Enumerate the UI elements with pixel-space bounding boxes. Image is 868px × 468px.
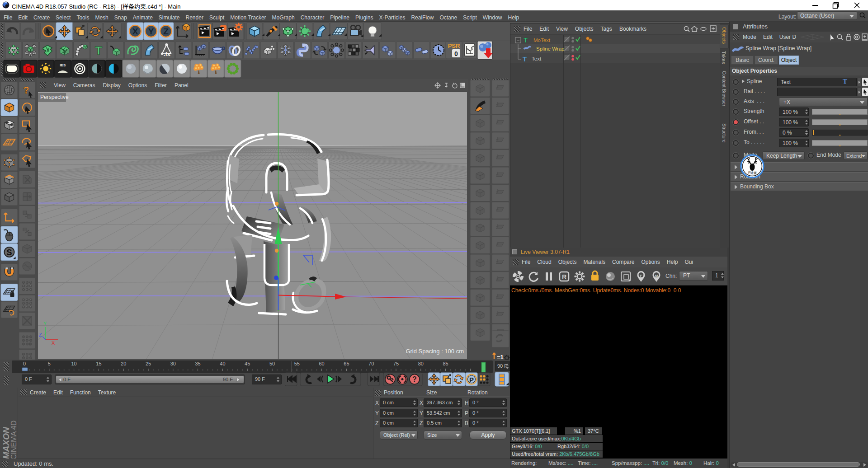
svg-text:.fx: .fx (164, 51, 171, 57)
svg-text:65: 65 (344, 361, 349, 366)
svg-text:55: 55 (294, 361, 300, 366)
svg-text:85: 85 (443, 361, 448, 366)
svg-text:X: X (132, 27, 138, 36)
svg-text:F: F (640, 274, 642, 278)
svg-text:25: 25 (146, 361, 151, 366)
svg-text:0: 0 (454, 50, 458, 57)
svg-text:Z: Z (163, 27, 169, 36)
svg-text:60: 60 (319, 361, 324, 366)
svg-text:Y: Y (148, 27, 154, 36)
svg-text:PSR: PSR (448, 42, 460, 49)
svg-text:75: 75 (393, 361, 399, 366)
svg-text:50: 50 (269, 361, 275, 366)
svg-text:R: R (562, 273, 566, 281)
svg-text:X: X (52, 340, 55, 346)
svg-text:T: T (524, 36, 528, 44)
svg-text:M: M (655, 274, 658, 278)
svg-text:P: P (469, 376, 474, 384)
svg-text:Z: Z (39, 332, 42, 337)
svg-text:Text: Text (532, 56, 542, 61)
svg-text:MoText: MoText (533, 37, 551, 43)
svg-text:Spline Wrap: Spline Wrap (536, 46, 564, 51)
svg-text:35: 35 (195, 361, 200, 366)
svg-text:80: 80 (418, 361, 424, 366)
svg-text:?: ? (412, 375, 417, 383)
svg-text:T: T (95, 44, 102, 57)
svg-text:20: 20 (121, 361, 126, 366)
svg-text:?: ? (23, 84, 29, 96)
svg-text:5: 5 (48, 361, 51, 366)
svg-text:IES: IES (60, 63, 66, 67)
svg-text:40: 40 (220, 361, 225, 366)
svg-text:30: 30 (170, 361, 176, 366)
svg-text:T: T (523, 55, 527, 63)
svg-text:70: 70 (368, 361, 374, 366)
svg-text:15: 15 (96, 361, 101, 366)
svg-text:S: S (6, 248, 12, 257)
svg-text:10: 10 (71, 361, 76, 366)
svg-text:行走者: 行走者 (748, 171, 757, 175)
svg-text:0: 0 (23, 361, 26, 366)
svg-text:Grid Spacing : 100 cm: Grid Spacing : 100 cm (406, 348, 464, 355)
svg-text:45: 45 (245, 361, 250, 366)
svg-text:Y: Y (43, 321, 47, 326)
